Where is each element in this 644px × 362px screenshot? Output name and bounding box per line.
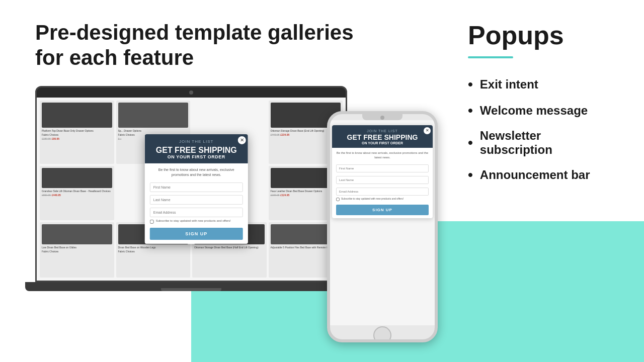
feature-label: Welcome message	[480, 104, 588, 118]
phone-mockup: ✕ JOIN THE LIST GET FREE SHIPPING ON YOU…	[327, 111, 438, 342]
phone-popup-title: GET FREE SHIPPING	[337, 134, 428, 141]
product-image	[42, 224, 112, 244]
sub-label: Fabric Choices	[118, 250, 189, 253]
laptop-body: Platform Top Divan Base Only Drawer Opti…	[35, 86, 347, 282]
feature-item-exit-intent: Exit intent	[468, 76, 614, 93]
popup-subscribe-checkbox[interactable]	[150, 220, 154, 224]
right-side: Popups Exit intent Welcome message Newsl…	[448, 0, 644, 362]
popup-subtitle: ON YOUR FIRST ORDER	[151, 154, 242, 159]
laptop-screen: Platform Top Divan Base Only Drawer Opti…	[37, 98, 346, 281]
feature-label: Newsletter subscription	[480, 129, 614, 157]
phone-popup-first-name-input[interactable]	[336, 164, 429, 172]
popup-join-label: JOIN THE LIST	[151, 139, 242, 144]
content-wrapper: Pre-designed template galleries for each…	[0, 0, 644, 362]
feature-label: Announcement bar	[480, 168, 590, 182]
phone-popup-header: ✕ JOIN THE LIST GET FREE SHIPPING ON YOU…	[332, 125, 433, 148]
popup-email-input[interactable]	[150, 208, 243, 217]
product-name: Grandeur Side Lift Ottoman Divan Base - …	[42, 190, 112, 193]
phone-popup-join-label: JOIN THE LIST	[337, 129, 428, 133]
feature-item-announcement: Announcement bar	[468, 167, 614, 183]
product-name: Ottoman Storage Divan Bed Base (Half End…	[194, 246, 265, 249]
new-price: £449.95	[52, 194, 61, 197]
product-item: Low Divan Bed Base on Glides Fabric Choi…	[40, 222, 114, 278]
laptop-camera	[189, 90, 193, 95]
feature-item-newsletter: Newsletter subscription	[468, 129, 614, 157]
product-name: Platform Top Divan Base Only Drawer Opti…	[42, 129, 112, 132]
phone-popup-checkbox-label: Subscribe to stay updated with new produ…	[341, 197, 404, 200]
product-name: Low Divan Bed Base on Glides	[42, 246, 112, 249]
old-price: £...	[118, 137, 122, 140]
phone-popup: ✕ JOIN THE LIST GET FREE SHIPPING ON YOU…	[332, 125, 433, 218]
laptop-popup: ✕ JOIN THE LIST GET FREE SHIPPING ON YOU…	[145, 134, 248, 244]
popup-body: Be the first to know about new arrivals,…	[145, 163, 248, 244]
popup-checkbox-label: Subscribe to stay updated with new produ…	[156, 219, 231, 222]
popup-last-name-input[interactable]	[150, 195, 243, 205]
phone-popup-signup-button[interactable]: SIGN UP	[336, 205, 429, 215]
heading-line2: for each feature	[35, 46, 194, 69]
product-item: Platform Top Divan Base Only Drawer Opti…	[40, 101, 114, 164]
old-price: £189.95	[42, 137, 51, 140]
phone-screen: ✕ JOIN THE LIST GET FREE SHIPPING ON YOU…	[330, 120, 435, 325]
laptop-mockup: Platform Top Divan Base Only Drawer Opti…	[35, 86, 347, 302]
new-price: £234.95	[280, 133, 289, 136]
popup-checkbox-container: Subscribe to stay updated with new produ…	[150, 219, 243, 224]
product-image	[42, 103, 112, 128]
phone-notch	[362, 114, 403, 120]
new-price: £124.95	[280, 194, 289, 197]
product-image	[118, 103, 189, 128]
new-price: £99.95	[52, 137, 59, 140]
phone-popup-body: Be the first to know about new arrivals,…	[332, 148, 433, 218]
phone-popup-last-name-input[interactable]	[336, 176, 429, 184]
sub-label: Fabric Choices	[42, 250, 112, 253]
feature-list: Exit intent Welcome message Newsletter s…	[468, 76, 614, 183]
feature-label: Exit intent	[480, 77, 538, 92]
popup-close-button[interactable]: ✕	[238, 136, 246, 144]
popup-header: ✕ JOIN THE LIST GET FREE SHIPPING ON YOU…	[145, 134, 248, 164]
laptop-base	[25, 282, 357, 291]
popup-title: GET FREE SHIPPING	[151, 146, 242, 155]
phone-popup-subtitle: ON YOUR FIRST ORDER	[337, 141, 428, 145]
phone-popup-subscribe-checkbox[interactable]	[336, 198, 340, 201]
title-underline	[468, 56, 513, 58]
product-name: Sp... Drawer Options	[118, 129, 189, 132]
old-price: £449.95	[271, 133, 280, 136]
popup-signup-button[interactable]: SIGN UP	[150, 228, 243, 240]
devices-area: Platform Top Divan Base Only Drawer Opti…	[35, 86, 448, 347]
phone-popup-close-button[interactable]: ✕	[424, 127, 431, 134]
old-price: £239.95	[271, 194, 280, 197]
sub-label: Fabric Choices	[42, 133, 112, 136]
product-item: Grandeur Side Lift Ottoman Divan Base - …	[40, 166, 114, 220]
popup-description: Be the first to know about new arrivals,…	[150, 167, 243, 177]
phone-home-button[interactable]	[373, 326, 391, 342]
product-name: Divan Bed Base on Wooden Legs	[118, 246, 189, 249]
section-title: Popups	[468, 20, 614, 50]
heading-line1: Pre-designed template galleries	[35, 21, 354, 44]
phone-popup-checkbox-container: Subscribe to stay updated with new produ…	[336, 197, 429, 201]
phone-popup-email-input[interactable]	[336, 188, 429, 196]
phone-popup-description: Be the first to know about new arrivals,…	[336, 151, 429, 159]
left-side: Pre-designed template galleries for each…	[0, 0, 448, 362]
old-price: £859.95	[42, 194, 51, 197]
main-heading: Pre-designed template galleries for each…	[35, 20, 448, 71]
product-image	[42, 168, 112, 188]
popup-first-name-input[interactable]	[150, 183, 243, 192]
feature-item-welcome-message: Welcome message	[468, 103, 614, 119]
